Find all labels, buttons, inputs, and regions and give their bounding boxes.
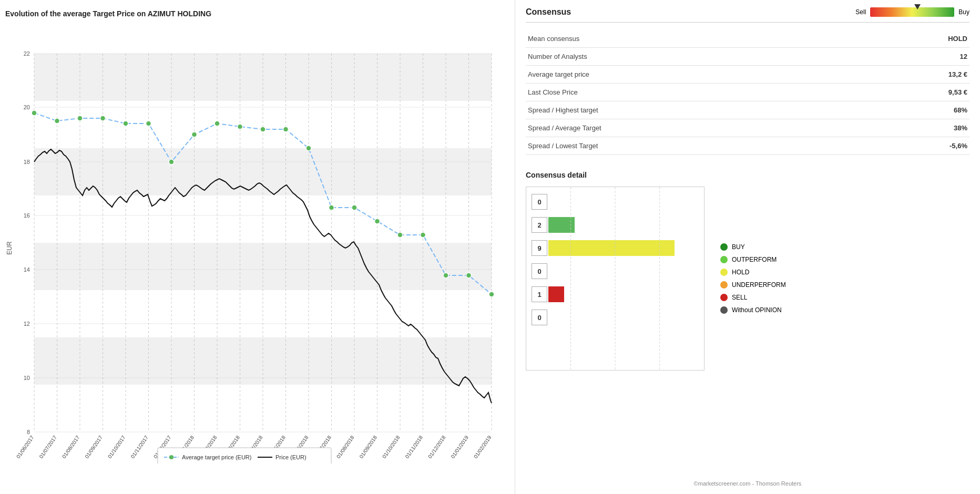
svg-text:01/01/2019: 01/01/2019 bbox=[450, 434, 469, 459]
row-value: 12 bbox=[866, 48, 969, 66]
svg-text:01/11/2018: 01/11/2018 bbox=[404, 434, 424, 459]
svg-point-73 bbox=[192, 132, 197, 137]
svg-text:01/09/2018: 01/09/2018 bbox=[358, 434, 378, 459]
svg-text:Price (EUR): Price (EUR) bbox=[275, 454, 307, 460]
svg-text:Average target price (EUR): Average target price (EUR) bbox=[182, 454, 251, 460]
svg-point-69 bbox=[100, 116, 106, 121]
bar-row-no-opinion: 0 bbox=[532, 308, 699, 327]
row-value: 13,2 € bbox=[866, 66, 969, 84]
row-value: 68% bbox=[866, 101, 969, 119]
legend-color-hold bbox=[720, 269, 728, 276]
bar-fill-hold bbox=[548, 240, 675, 256]
table-row: Number of Analysts 12 bbox=[526, 48, 969, 66]
row-label: Average target price bbox=[526, 66, 866, 84]
svg-point-78 bbox=[306, 146, 311, 151]
svg-text:16: 16 bbox=[24, 212, 30, 219]
row-label: Last Close Price bbox=[526, 84, 866, 101]
legend-label-hold: HOLD bbox=[732, 269, 749, 276]
svg-point-75 bbox=[238, 124, 243, 129]
svg-text:01/07/2017: 01/07/2017 bbox=[38, 434, 58, 459]
svg-point-67 bbox=[55, 118, 60, 124]
svg-point-86 bbox=[489, 292, 494, 297]
consensus-detail-content: 0 2 9 0 1 bbox=[526, 187, 969, 370]
scale-gradient bbox=[870, 7, 954, 17]
row-value: -5,6% bbox=[866, 137, 969, 155]
svg-text:01/02/2019: 01/02/2019 bbox=[473, 434, 493, 459]
bar-count-no-opinion: 0 bbox=[532, 310, 547, 325]
svg-point-70 bbox=[123, 121, 128, 126]
table-row: Spread / Lowest Target -5,6% bbox=[526, 137, 969, 155]
scale-buy-label: Buy bbox=[958, 8, 969, 16]
table-row: Mean consensus HOLD bbox=[526, 30, 969, 48]
detail-bars-container: 0 2 9 0 1 bbox=[526, 187, 705, 370]
legend-item-no-opinion: Without OPINION bbox=[720, 306, 786, 314]
table-row: Spread / Highest target 68% bbox=[526, 101, 969, 119]
bar-count-sell: 1 bbox=[532, 286, 547, 302]
row-value: 9,53 € bbox=[866, 84, 969, 101]
bar-row-hold: 9 bbox=[532, 239, 699, 258]
svg-point-68 bbox=[77, 116, 83, 121]
bar-count-underperform: 0 bbox=[532, 263, 547, 279]
legend-label-outperform: OUTPERFORM bbox=[732, 256, 777, 263]
row-label: Spread / Highest target bbox=[526, 101, 866, 119]
svg-text:12: 12 bbox=[24, 321, 30, 327]
consensus-copyright: ©marketscreener.com - Thomson Reuters bbox=[526, 472, 969, 487]
svg-rect-1 bbox=[34, 101, 492, 148]
svg-text:01/11/2017: 01/11/2017 bbox=[129, 434, 149, 459]
chart-panel: Evolution of the average Target Price on… bbox=[0, 0, 515, 494]
scale-sell-label: Sell bbox=[855, 8, 866, 16]
legend-item-underperform: UNDERPERFORM bbox=[720, 281, 786, 289]
bar-row-sell: 1 bbox=[532, 285, 699, 304]
svg-point-85 bbox=[466, 273, 472, 278]
consensus-panel: Consensus Sell Buy Mean consensus HOLD N… bbox=[515, 0, 980, 494]
svg-point-71 bbox=[146, 121, 151, 126]
svg-text:01/10/2017: 01/10/2017 bbox=[107, 434, 127, 459]
consensus-scale: Sell Buy bbox=[855, 7, 969, 17]
legend-color-no-opinion bbox=[720, 306, 728, 314]
price-chart: EUR 22 20 18 16 14 bbox=[5, 22, 505, 464]
consensus-panel-title: Consensus bbox=[526, 7, 571, 17]
legend-item-buy: BUY bbox=[720, 243, 786, 251]
chart-title: Evolution of the average Target Price on… bbox=[5, 9, 509, 18]
legend-label-underperform: UNDERPERFORM bbox=[732, 281, 786, 289]
svg-text:01/12/2018: 01/12/2018 bbox=[427, 434, 447, 459]
svg-text:14: 14 bbox=[24, 266, 30, 273]
legend-color-sell bbox=[720, 294, 728, 301]
svg-point-81 bbox=[375, 219, 380, 224]
svg-point-80 bbox=[352, 205, 357, 210]
svg-text:20: 20 bbox=[24, 104, 30, 110]
legend-label-sell: SELL bbox=[732, 294, 747, 301]
consensus-header: Consensus Sell Buy bbox=[526, 7, 969, 23]
legend-label-buy: BUY bbox=[732, 243, 745, 251]
svg-point-74 bbox=[215, 121, 220, 126]
row-label: Spread / Average Target bbox=[526, 119, 866, 137]
table-row: Spread / Average Target 38% bbox=[526, 119, 969, 137]
svg-point-83 bbox=[421, 232, 426, 238]
svg-text:01/10/2018: 01/10/2018 bbox=[381, 434, 401, 459]
y-axis-label: EUR bbox=[6, 241, 13, 255]
consensus-detail-title: Consensus detail bbox=[526, 171, 969, 179]
bar-fill-outperform bbox=[548, 217, 575, 233]
svg-rect-0 bbox=[34, 54, 492, 101]
legend-item-sell: SELL bbox=[720, 294, 786, 301]
svg-point-79 bbox=[329, 205, 334, 210]
svg-text:22: 22 bbox=[24, 50, 30, 57]
svg-rect-5 bbox=[34, 290, 492, 337]
svg-point-72 bbox=[169, 159, 174, 164]
svg-rect-4 bbox=[34, 243, 492, 290]
bar-count-buy: 0 bbox=[532, 194, 547, 210]
row-label: Spread / Lowest Target bbox=[526, 137, 866, 155]
bar-fill-sell bbox=[548, 286, 564, 302]
svg-point-66 bbox=[32, 110, 37, 116]
consensus-table: Mean consensus HOLD Number of Analysts 1… bbox=[526, 30, 969, 155]
bar-count-outperform: 2 bbox=[532, 217, 547, 233]
svg-text:8: 8 bbox=[27, 429, 30, 435]
svg-point-82 bbox=[397, 232, 403, 238]
row-label: Mean consensus bbox=[526, 30, 866, 48]
svg-text:01/09/2017: 01/09/2017 bbox=[84, 434, 104, 459]
table-row: Average target price 13,2 € bbox=[526, 66, 969, 84]
row-value: HOLD bbox=[866, 30, 969, 48]
svg-text:01/08/2018: 01/08/2018 bbox=[335, 434, 355, 459]
scale-arrow bbox=[914, 4, 921, 9]
detail-legend: BUY OUTPERFORM HOLD UNDERPERFORM SELL bbox=[720, 187, 786, 370]
